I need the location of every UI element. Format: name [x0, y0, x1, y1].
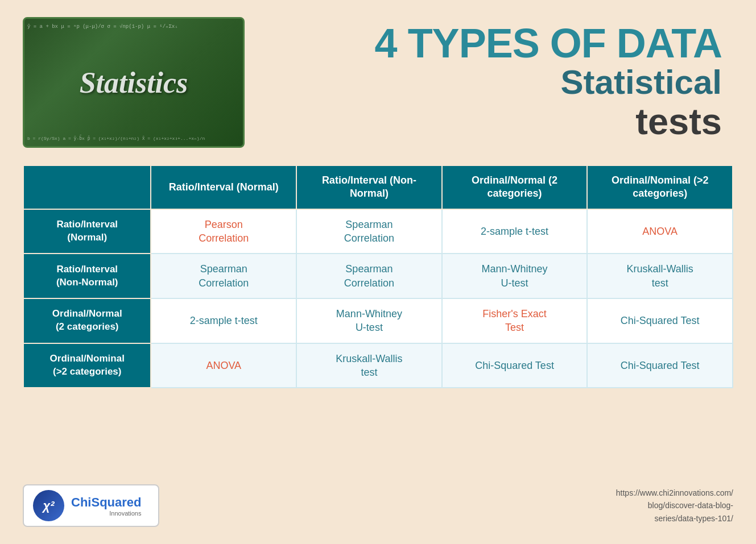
row-header-ordinal-nominal: Ordinal/Nominal(>2 categories)	[23, 343, 151, 388]
chalkboard-image: ŷ = a + bx μ = ⁿp (μ-μ)/σ σ = √np(1-p) μ…	[23, 17, 245, 148]
table-cell: 2-sample t-test	[442, 209, 588, 254]
table-header-ratio-nonnormal: Ratio/Interval (Non-Normal)	[296, 165, 442, 209]
logo-area: χ² ChiSquared Innovations	[23, 484, 159, 527]
row-header-ratio-normal: Ratio/Interval(Normal)	[23, 209, 151, 254]
header: ŷ = a + bx μ = ⁿp (μ-μ)/σ σ = √np(1-p) μ…	[23, 17, 733, 148]
chalkboard-formulas-bottom: b = r(Sy/Sx) a = ȳ-b̄x p̂ = (x₁+x₂)/(n₁+…	[27, 135, 240, 142]
chi-squared-logo-icon: χ²	[33, 490, 64, 521]
table-row: Ratio/Interval(Non-Normal) SpearmanCorre…	[23, 254, 733, 298]
row-header-ratio-nonnormal: Ratio/Interval(Non-Normal)	[23, 254, 151, 298]
footer: χ² ChiSquared Innovations https://www.ch…	[23, 484, 733, 527]
statistics-table: Ratio/Interval (Normal) Ratio/Interval (…	[23, 165, 733, 388]
table-cell: SpearmanCorrelation	[296, 254, 442, 298]
url-line1: https://www.chi2innovations.com/	[616, 488, 733, 497]
logo-text: ChiSquared Innovations	[71, 495, 141, 517]
table-row: Ordinal/Nominal(>2 categories) ANOVA Kru…	[23, 343, 733, 388]
logo-chi: Chi	[71, 495, 91, 509]
title-sub2: tests	[635, 101, 722, 142]
table-cell: Chi-Squared Test	[587, 343, 733, 388]
table-header-ratio-normal: Ratio/Interval (Normal)	[151, 165, 296, 209]
table-cell: Fisher's ExactTest	[442, 298, 588, 343]
url-line3: series/data-types-101/	[654, 514, 733, 523]
table-cell: Kruskall-Wallistest	[296, 343, 442, 388]
table-cell: SpearmanCorrelation	[151, 254, 296, 298]
table-header-row: Ratio/Interval (Normal) Ratio/Interval (…	[23, 165, 733, 209]
logo-squared: Squared	[91, 495, 141, 509]
table-header-empty	[23, 165, 151, 209]
footer-url: https://www.chi2innovations.com/ blog/di…	[616, 487, 733, 525]
chi-squared-symbol: χ²	[43, 499, 54, 513]
table-cell: 2-sample t-test	[151, 298, 296, 343]
logo-innovations: Innovations	[71, 510, 141, 517]
table-row: Ordinal/Normal(2 categories) 2-sample t-…	[23, 298, 733, 343]
chalkboard-formulas-top: ŷ = a + bx μ = ⁿp (μ-μ)/σ σ = √np(1-p) μ…	[27, 23, 240, 31]
table-cell: ANOVA	[587, 209, 733, 254]
table-cell: Mann-WhitneyU-test	[296, 298, 442, 343]
logo-name: ChiSquared	[71, 495, 141, 510]
title-area: 4 TYPES OF DATA Statistical tests	[245, 17, 733, 142]
table-header-ordinal-nominal: Ordinal/Nominal (>2 categories)	[587, 165, 733, 209]
statistics-table-container: Ratio/Interval (Normal) Ratio/Interval (…	[23, 165, 733, 467]
table-cell: Chi-Squared Test	[587, 298, 733, 343]
table-cell: PearsonCorrelation	[151, 209, 296, 254]
table-cell: Chi-Squared Test	[442, 343, 588, 388]
chalkboard-label: Statistics	[80, 66, 188, 99]
title-main: 4 TYPES OF DATA	[375, 23, 722, 64]
table-cell: Mann-WhitneyU-test	[442, 254, 588, 298]
table-cell: SpearmanCorrelation	[296, 209, 442, 254]
table-header-ordinal-normal: Ordinal/Normal (2 categories)	[442, 165, 588, 209]
url-line2: blog/discover-data-blog-	[648, 501, 733, 510]
table-row: Ratio/Interval(Normal) PearsonCorrelatio…	[23, 209, 733, 254]
table-cell: Kruskall-Wallistest	[587, 254, 733, 298]
row-header-ordinal-normal: Ordinal/Normal(2 categories)	[23, 298, 151, 343]
table-cell: ANOVA	[151, 343, 296, 388]
title-sub1: Statistical	[561, 64, 722, 101]
